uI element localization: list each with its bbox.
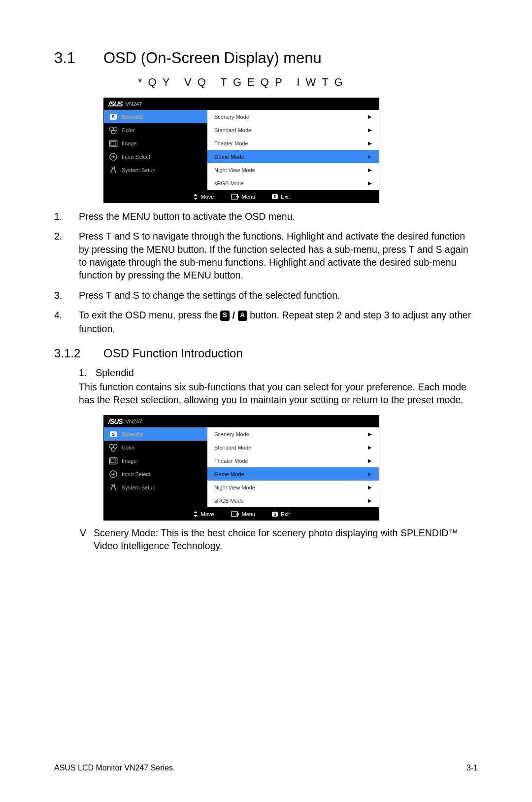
osd-right-item-label: Night View Mode xyxy=(214,167,255,173)
splendid-description: This function contains six sub-functions… xyxy=(79,381,478,407)
osd-model: VN247 xyxy=(126,101,142,107)
osd-right-item: Night View Mode▶ xyxy=(207,163,379,176)
osd-model: VN247 xyxy=(126,418,142,424)
osd-right-menu: Scenery Mode▶Standard Mode▶Theater Mode▶… xyxy=(207,427,379,507)
osd-right-item-label: Night View Mode xyxy=(214,485,255,490)
osd-footer-menu: Menu xyxy=(242,194,256,200)
osd-left-item-label: Input Select xyxy=(122,471,150,477)
osd-right-item: Game Mode▶ xyxy=(207,150,379,163)
s-badge-icon: S xyxy=(272,512,278,517)
color-icon xyxy=(109,444,118,451)
osd-right-item-label: sRGB Mode xyxy=(214,498,244,504)
osd-left-item-label: System Setup xyxy=(122,485,155,490)
asus-logo: /SUS xyxy=(108,100,123,108)
sub-section-number: 3.1.2 xyxy=(54,347,103,360)
system-icon xyxy=(109,484,118,491)
osd-footer-move: Move xyxy=(201,511,214,517)
osd-right-item-label: Scenery Mode xyxy=(214,431,249,437)
osd-right-item: Scenery Mode▶ xyxy=(207,110,379,123)
scenery-mode-bullet: VScenery Mode: This is the best choice f… xyxy=(79,526,478,553)
s-icon: S xyxy=(109,431,118,438)
updown-icon xyxy=(193,511,198,517)
osd-left-item-label: Image xyxy=(122,140,137,146)
osd-footer: Move Menu SExit xyxy=(103,190,379,203)
osd-right-item-label: Game Mode xyxy=(214,471,244,477)
instructions-list: Press the MENU button to activate the OS… xyxy=(54,210,478,336)
osd-left-menu: SSplendidColorImageInput SelectSystem Se… xyxy=(104,427,207,507)
instruction-item: Press the MENU button to activate the OS… xyxy=(54,210,478,223)
splendid-number: 1. xyxy=(79,367,96,379)
image-icon xyxy=(109,457,118,464)
osd-footer-exit: Exit xyxy=(281,511,290,517)
menu-icon xyxy=(231,194,239,200)
updown-icon xyxy=(193,194,198,200)
osd-header: /SUS VN247 xyxy=(103,415,379,427)
sub-section-heading: 3.1.2OSD Function Introduction xyxy=(54,347,478,360)
chevron-right-icon: ▶ xyxy=(368,127,372,133)
a-button-icon: A xyxy=(238,311,247,321)
osd-right-menu: Scenery Mode▶Standard Mode▶Theater Mode▶… xyxy=(207,110,379,190)
slash-separator: / xyxy=(230,310,238,321)
osd-footer-menu: Menu xyxy=(242,511,256,517)
osd-footer-move: Move xyxy=(201,194,214,200)
input-icon xyxy=(109,153,118,160)
osd-footer: Move Menu SExit xyxy=(103,508,379,521)
bullet-marker: V xyxy=(80,526,94,539)
instruction-pre: To exit the OSD menu, press the xyxy=(79,310,220,320)
section-title: OSD (On-Screen Display) menu xyxy=(103,49,322,67)
osd-left-menu: SSplendidColorImageInput SelectSystem Se… xyxy=(104,110,207,190)
splendid-heading: 1.Splendid xyxy=(79,367,478,379)
osd-left-item: Image xyxy=(104,137,207,150)
osd-left-item: Input Select xyxy=(104,150,207,163)
osd-right-item-label: Game Mode xyxy=(214,154,244,160)
osd-right-item: Game Mode▶ xyxy=(207,467,379,481)
osd-footer-exit: Exit xyxy=(281,194,290,200)
svg-point-9 xyxy=(111,448,115,452)
chevron-right-icon: ▶ xyxy=(368,485,372,490)
osd-right-item-label: Theater Mode xyxy=(214,458,248,464)
osd-right-item: Night View Mode▶ xyxy=(207,481,379,494)
garbled-subheading: *QY VQ TGEQP IWTG xyxy=(138,76,478,89)
input-icon xyxy=(109,471,118,478)
color-icon xyxy=(109,127,118,134)
osd-left-item: SSplendid xyxy=(104,427,207,441)
section-heading: 3.1OSD (On-Screen Display) menu xyxy=(54,49,478,67)
osd-right-item-label: sRGB Mode xyxy=(214,180,244,186)
svg-rect-11 xyxy=(111,459,116,463)
svg-point-2 xyxy=(111,130,115,134)
chevron-right-icon: ▶ xyxy=(368,154,372,159)
sub-section-title: OSD Function Introduction xyxy=(103,347,243,360)
chevron-right-icon: ▶ xyxy=(368,431,372,437)
instruction-item: To exit the OSD menu, press the S / A bu… xyxy=(54,309,478,336)
osd-left-item: Color xyxy=(104,123,207,137)
s-icon: S xyxy=(109,113,118,120)
s-badge-icon: S xyxy=(272,194,278,199)
osd-right-item: sRGB Mode▶ xyxy=(207,176,379,190)
footer-right: 3-1 xyxy=(466,764,478,772)
system-icon xyxy=(109,167,118,174)
osd-left-item-label: Splendid xyxy=(122,114,143,120)
chevron-right-icon: ▶ xyxy=(368,498,372,503)
svg-rect-4 xyxy=(111,141,116,145)
osd-screenshot-2: /SUS VN247 SSplendidColorImageInput Sele… xyxy=(103,415,379,521)
osd-left-item-label: Color xyxy=(122,445,134,451)
osd-right-item-label: Standard Mode xyxy=(214,127,251,133)
osd-right-item-label: Standard Mode xyxy=(214,445,251,451)
osd-right-item: Scenery Mode▶ xyxy=(207,427,379,441)
osd-right-item: Standard Mode▶ xyxy=(207,441,379,454)
chevron-right-icon: ▶ xyxy=(368,458,372,463)
section-number: 3.1 xyxy=(54,49,103,67)
asus-logo: /SUS xyxy=(108,418,123,425)
osd-left-item: System Setup xyxy=(104,481,207,494)
osd-right-item: Theater Mode▶ xyxy=(207,454,379,467)
chevron-right-icon: ▶ xyxy=(368,471,372,477)
chevron-right-icon: ▶ xyxy=(368,180,372,186)
osd-left-item: System Setup xyxy=(104,163,207,176)
osd-left-item-label: Splendid xyxy=(122,431,143,437)
osd-left-item-label: Input Select xyxy=(122,154,150,160)
footer-left: ASUS LCD Monitor VN247 Series xyxy=(54,764,173,772)
osd-left-item: Color xyxy=(104,441,207,454)
page-footer: ASUS LCD Monitor VN247 Series 3-1 xyxy=(54,764,478,772)
osd-right-item: Theater Mode▶ xyxy=(207,137,379,150)
osd-left-item: SSplendid xyxy=(104,110,207,123)
